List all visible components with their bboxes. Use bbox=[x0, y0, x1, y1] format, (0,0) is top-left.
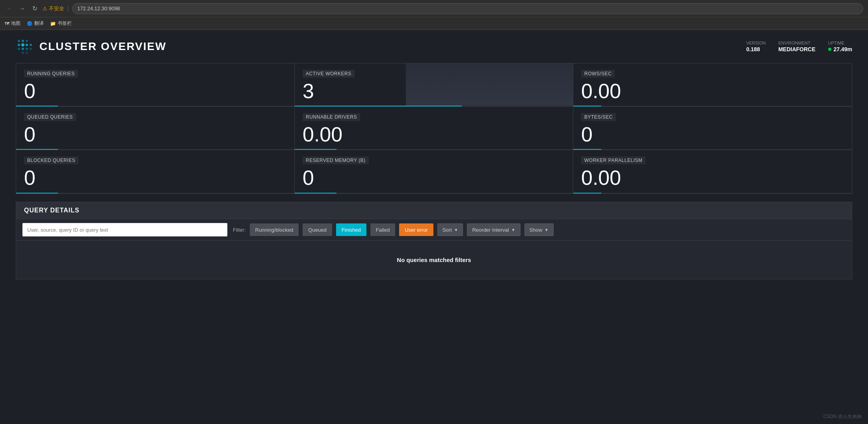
folder-icon: 📁 bbox=[50, 21, 56, 26]
show-dropdown[interactable]: Show ▼ bbox=[524, 223, 554, 236]
stat-label: BYTES/SEC bbox=[581, 113, 616, 121]
filter-failed[interactable]: Failed bbox=[370, 223, 395, 236]
stat-label: QUEUED QUERIES bbox=[24, 113, 76, 121]
filter-running-blocked[interactable]: Running/blocked bbox=[250, 223, 299, 236]
stat-value: 0 bbox=[24, 167, 35, 188]
svg-point-4 bbox=[21, 43, 24, 46]
uptime-info: UPTIME 27.49m bbox=[828, 41, 852, 52]
version-value: 0.188 bbox=[746, 46, 760, 52]
version-info: VERSION 0.188 bbox=[746, 41, 766, 52]
map-icon: 🗺 bbox=[5, 21, 9, 26]
app-logo bbox=[16, 38, 33, 55]
stat-value: 0.00 bbox=[581, 81, 621, 101]
stat-bar-fill bbox=[16, 193, 58, 193]
stat-label: RUNNING QUERIES bbox=[24, 70, 78, 78]
stat-card-running-queries: RUNNING QUERIES 0 bbox=[16, 63, 295, 107]
uptime-label: UPTIME bbox=[828, 41, 845, 45]
stat-card-queued-queries: QUEUED QUERIES 0 bbox=[16, 107, 295, 150]
stat-value: 0 bbox=[24, 124, 35, 145]
svg-point-11 bbox=[22, 52, 24, 54]
stat-bar bbox=[16, 106, 294, 106]
svg-point-3 bbox=[18, 44, 20, 46]
stat-value: 3 bbox=[303, 81, 314, 101]
uptime-value-container: 27.49m bbox=[828, 46, 852, 52]
stat-bar bbox=[16, 149, 294, 150]
show-arrow-icon: ▼ bbox=[545, 228, 548, 232]
svg-point-0 bbox=[18, 40, 20, 42]
header-meta: VERSION 0.188 ENVIRONMENT MEDIAFORCE UPT… bbox=[746, 41, 852, 52]
svg-point-1 bbox=[22, 40, 24, 42]
svg-point-12 bbox=[26, 52, 28, 54]
stat-card-rows-sec: ROWS/SEC 0.00 bbox=[573, 63, 852, 107]
stat-bar-fill bbox=[295, 149, 336, 150]
filter-label: Filter: bbox=[233, 227, 246, 233]
show-label: Show bbox=[530, 227, 543, 233]
page-title: CLUSTER OVERVIEW bbox=[39, 40, 166, 53]
translate-icon: 🔵 bbox=[27, 21, 33, 26]
url-text: 172.24.12.30:9098 bbox=[77, 6, 120, 11]
svg-point-6 bbox=[30, 44, 32, 46]
sort-label: Sort bbox=[442, 227, 452, 233]
bookmark-translate[interactable]: 🔵 翻译 bbox=[27, 20, 44, 27]
environment-label: ENVIRONMENT bbox=[778, 41, 810, 45]
stat-bar bbox=[295, 193, 573, 193]
stat-bar bbox=[573, 149, 852, 150]
stat-label: ACTIVE WORKERS bbox=[303, 70, 355, 78]
no-results-message: No queries matched filters bbox=[16, 241, 852, 279]
query-details-title: QUERY DETAILS bbox=[24, 207, 80, 214]
back-button[interactable]: ← bbox=[5, 4, 14, 13]
stat-card-worker-parallelism: WORKER PARALLELISM 0.00 bbox=[573, 150, 852, 193]
filter-queued[interactable]: Queued bbox=[303, 223, 332, 236]
browser-chrome: ← → ↻ ⚠ 不安全 | 172.24.12.30:9098 bbox=[0, 0, 868, 17]
bookmark-map[interactable]: 🗺 地图 bbox=[5, 20, 20, 27]
bookmark-bar-label: 书签栏 bbox=[58, 20, 72, 27]
stat-label: WORKER PARALLELISM bbox=[581, 156, 645, 164]
uptime-value: 27.49m bbox=[834, 46, 852, 52]
stat-label: ROWS/SEC bbox=[581, 70, 615, 78]
page-header: CLUSTER OVERVIEW VERSION 0.188 ENVIRONME… bbox=[16, 38, 852, 55]
stat-bar-fill bbox=[573, 193, 601, 193]
forward-button[interactable]: → bbox=[17, 4, 27, 13]
warning-icon: ⚠ bbox=[43, 6, 47, 11]
bookmark-translate-label: 翻译 bbox=[34, 20, 44, 27]
stat-bar bbox=[573, 193, 852, 193]
url-separator: | bbox=[67, 5, 69, 12]
reorder-arrow-icon: ▼ bbox=[511, 228, 515, 232]
stat-value: 0.00 bbox=[303, 124, 342, 145]
svg-point-10 bbox=[30, 48, 32, 50]
svg-point-5 bbox=[26, 44, 28, 46]
stat-bar bbox=[295, 149, 573, 150]
stat-label: RUNNABLE DRIVERS bbox=[303, 113, 360, 121]
stat-label: RESERVED MEMORY (B) bbox=[303, 156, 369, 164]
svg-point-2 bbox=[26, 40, 28, 42]
sort-dropdown[interactable]: Sort ▼ bbox=[437, 223, 463, 236]
stat-bar-fill bbox=[573, 149, 601, 150]
url-bar[interactable]: 172.24.12.30:9098 bbox=[72, 3, 863, 14]
no-results-text: No queries matched filters bbox=[397, 257, 471, 263]
bookmark-map-label: 地图 bbox=[11, 20, 20, 27]
svg-point-9 bbox=[26, 48, 28, 50]
security-warning: ⚠ 不安全 bbox=[43, 5, 64, 12]
logo-area: CLUSTER OVERVIEW bbox=[16, 38, 166, 55]
search-input[interactable] bbox=[22, 223, 227, 236]
stat-value: 0 bbox=[303, 167, 314, 188]
filter-finished[interactable]: Finished bbox=[336, 223, 366, 236]
reorder-label: Reorder Interval bbox=[472, 227, 509, 233]
stat-card-runnable-drivers: RUNNABLE DRIVERS 0.00 bbox=[295, 107, 573, 150]
refresh-button[interactable]: ↻ bbox=[30, 4, 39, 13]
svg-point-7 bbox=[18, 48, 20, 50]
bookmark-bar[interactable]: 📁 书签栏 bbox=[50, 20, 72, 27]
filter-user-error[interactable]: User error bbox=[399, 223, 433, 236]
stat-card-blocked-queries: BLOCKED QUERIES 0 bbox=[16, 150, 295, 193]
stats-grid: RUNNING QUERIES 0 ACTIVE WORKERS 3 ROWS/… bbox=[16, 63, 852, 194]
stat-card-reserved-memory--b-: RESERVED MEMORY (B) 0 bbox=[295, 150, 573, 193]
bookmarks-bar: 🗺 地图 🔵 翻译 📁 书签栏 bbox=[0, 17, 868, 30]
stat-value: 0.00 bbox=[581, 167, 621, 188]
watermark-text: CSDN @人生匆匆 bbox=[823, 414, 862, 419]
uptime-status-dot bbox=[828, 48, 831, 51]
stat-card-bytes-sec: BYTES/SEC 0 bbox=[573, 107, 852, 150]
query-details-header: QUERY DETAILS bbox=[16, 202, 852, 219]
reorder-interval-dropdown[interactable]: Reorder Interval ▼ bbox=[467, 223, 520, 236]
watermark: CSDN @人生匆匆 bbox=[823, 413, 862, 420]
stat-value: 0 bbox=[24, 81, 35, 101]
